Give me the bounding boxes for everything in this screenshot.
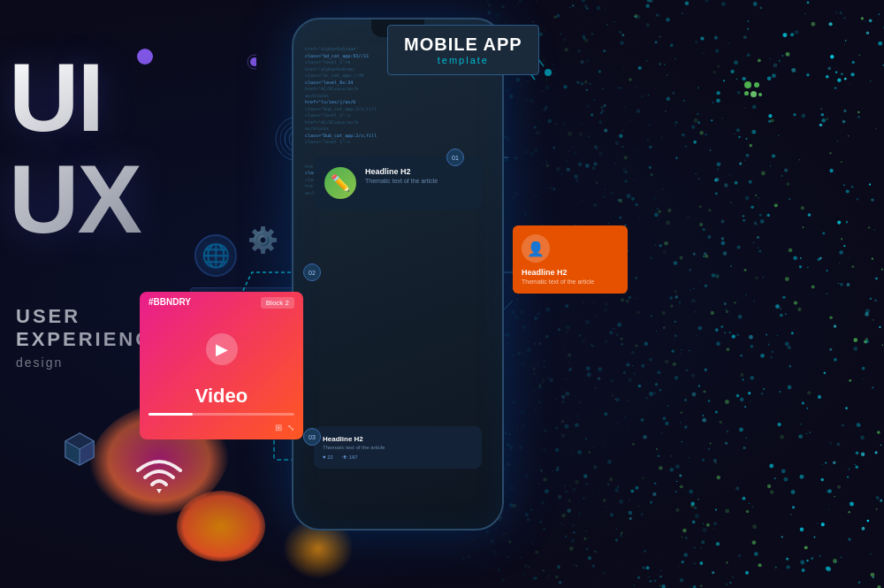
card-person-icon: 👤 (522, 234, 550, 263)
card1-desc: Thematic text of the article (365, 178, 438, 184)
card1-icon: ✏️ (324, 167, 356, 199)
ui-label: UI (9, 53, 103, 141)
video-icon2: ⤡ (287, 423, 294, 432)
stat2: 👁 197 (342, 454, 358, 460)
phone-stats: ♥ 22 👁 197 (323, 454, 473, 460)
globe-icon: 🌐 (194, 234, 237, 277)
gear-icon: ⚙️ (248, 225, 278, 255)
card1-headline: Headline H2 (365, 167, 438, 176)
orange-blob (177, 491, 265, 561)
mobile-app-label: MOBILE APP template (387, 25, 539, 75)
step-01: 01 (446, 149, 464, 166)
video-label: Video (140, 385, 303, 413)
play-button[interactable]: ▶ (206, 333, 238, 365)
mobile-app-subtitle: template (404, 55, 522, 65)
wifi-icon (133, 454, 186, 508)
card3-headline: Headline H2 (323, 435, 473, 443)
video-play-area[interactable]: ▶ (140, 314, 303, 385)
decorative-dot (137, 49, 153, 65)
card1-text: Headline H2 Thematic text of the article (365, 167, 438, 184)
phone-mockup: href="alpha=0x0ream" class="bd_cat_app:9… (292, 18, 504, 531)
phone-content: href="alpha=0x0ream" class="bd_cat_app:9… (301, 42, 495, 522)
video-icon1: ⊞ (275, 423, 282, 432)
3d-cube-icon (60, 429, 100, 469)
ux-label: UX (9, 155, 141, 242)
float-card-orange: 👤 Headline H2 Thematic text of the artic… (513, 225, 628, 294)
video-card: #BBNDRY Block 2 ▶ Video ⊞ ⤡ (140, 292, 303, 439)
video-card-header: #BBNDRY Block 2 (140, 292, 303, 314)
svg-point-6 (250, 57, 256, 66)
card2-desc: Thematic text of the article (522, 279, 619, 285)
card3-desc: Thematic text of the article (323, 445, 473, 450)
mobile-app-title: MOBILE APP (404, 34, 522, 55)
step-03: 03 (303, 428, 321, 446)
video-progress-bar (149, 413, 294, 416)
hashtag-label: #BBNDRY (149, 297, 191, 309)
phone-card-bottom: Headline H2 Thematic text of the article… (314, 426, 482, 469)
stat1: ♥ 22 (323, 454, 333, 460)
video-icons: ⊞ ⤡ (140, 423, 303, 439)
teal-cluster (744, 81, 762, 97)
step-02: 02 (303, 263, 321, 281)
block-label: Block 2 (261, 297, 294, 309)
card2-headline: Headline H2 (522, 268, 619, 277)
